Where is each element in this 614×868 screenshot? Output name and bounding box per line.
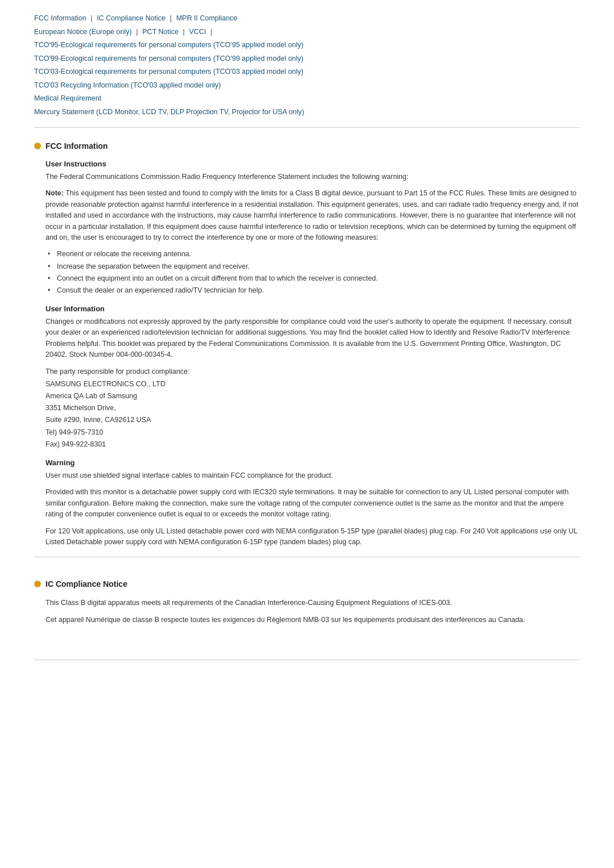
contact-line-6: Fax) 949-922-8301 (45, 440, 106, 448)
warning-subsection: Warning User must use shielded signal in… (34, 458, 580, 548)
nav-links: FCC Information | IC Compliance Notice |… (34, 11, 580, 118)
fcc-section-dot (34, 143, 41, 149)
contact-line-4: Suite #290, Irvine, CA92612 USA (45, 416, 151, 424)
nav-medical[interactable]: Medical Requirement (34, 94, 101, 102)
user-instructions-subsection: User Instructions The Federal Communicat… (34, 160, 580, 297)
contact-line-3: 3351 Michelson Drive, (45, 404, 116, 412)
bullet-3: Connect the equipment into an outlet on … (48, 273, 580, 284)
nav-tco95[interactable]: TCO'95-Ecological requirements for perso… (34, 41, 304, 49)
note-text: This equipment has been tested and found… (45, 189, 578, 241)
ic-para2: Cet appareil Numérique de classe B respe… (45, 615, 580, 625)
nav-mpr[interactable]: MPR II Compliance (176, 14, 238, 22)
nav-sep-3: | (136, 27, 138, 36)
bottom-divider (34, 660, 580, 660)
bullet-4: Consult the dealer or an experienced rad… (48, 285, 580, 296)
warning-text3: For 120 Volt applications, use only UL L… (45, 526, 580, 548)
nav-pct[interactable]: PCT Notice (142, 28, 179, 36)
nav-ic[interactable]: IC Compliance Notice (97, 14, 165, 22)
contact-line-1: SAMSUNG ELECTRONICS CO., LTD (45, 380, 165, 388)
nav-fcc[interactable]: FCC Information (34, 14, 86, 22)
mid-divider (34, 557, 580, 557)
nav-eu[interactable]: European Notice (Europe only) (34, 28, 132, 36)
nav-sep-2: | (170, 14, 172, 22)
user-information-text: Changes or modifications not expressly a… (45, 316, 580, 361)
bullet-1: Reorient or relocate the receiving anten… (48, 249, 580, 260)
contact-line-2: America QA Lab of Samsung (45, 392, 137, 400)
nav-mercury[interactable]: Mercury Statement (LCD Monitor, LCD TV, … (34, 108, 304, 116)
nav-sep-5: | (210, 27, 212, 36)
ic-section-title: IC Compliance Notice (45, 579, 127, 589)
user-instructions-note: Note: This equipment has been tested and… (45, 188, 580, 243)
nav-tco99[interactable]: TCO'99-Ecological requirements for perso… (34, 55, 304, 62)
nav-tco03r[interactable]: TCO'03 Recycling Information (TCO'03 app… (34, 81, 221, 89)
ic-section-header: IC Compliance Notice (34, 575, 580, 589)
top-divider (34, 127, 580, 128)
user-information-subsection: User Information Changes or modification… (34, 304, 580, 450)
bullet-2: Increase the separation between the equi… (48, 261, 580, 272)
fcc-section: FCC Information User Instructions The Fe… (34, 137, 580, 548)
user-information-title: User Information (45, 304, 580, 313)
fcc-section-title: FCC Information (45, 141, 108, 151)
nav-sep-4: | (183, 27, 185, 36)
user-instructions-title: User Instructions (45, 160, 580, 168)
ic-content: This Class B digital apparatus meets all… (34, 598, 580, 625)
nav-sep-1: | (90, 14, 92, 22)
contact-intro: The party responsible for product compli… (45, 368, 190, 375)
ic-section-dot (34, 581, 41, 587)
ic-para1: This Class B digital apparatus meets all… (45, 598, 580, 608)
nav-vcci[interactable]: VCCI (189, 28, 206, 36)
user-instructions-bullets: Reorient or relocate the receiving anten… (45, 249, 580, 297)
warning-text1: User must use shielded signal interface … (45, 470, 580, 481)
warning-text2: Provided with this monitor is a detachab… (45, 487, 580, 520)
ic-section: IC Compliance Notice This Class B digita… (34, 575, 580, 625)
contact-block: The party responsible for product compli… (45, 366, 580, 450)
note-label: Note: (45, 189, 64, 197)
user-instructions-intro: The Federal Communications Commission Ra… (45, 172, 580, 182)
contact-line-5: Tel) 949-975-7310 (45, 428, 103, 436)
fcc-section-header: FCC Information (34, 137, 580, 151)
warning-title: Warning (45, 458, 580, 467)
page-container: FCC Information | IC Compliance Notice |… (0, 0, 614, 681)
nav-tco03[interactable]: TCO'03-Ecological requirements for perso… (34, 68, 304, 76)
